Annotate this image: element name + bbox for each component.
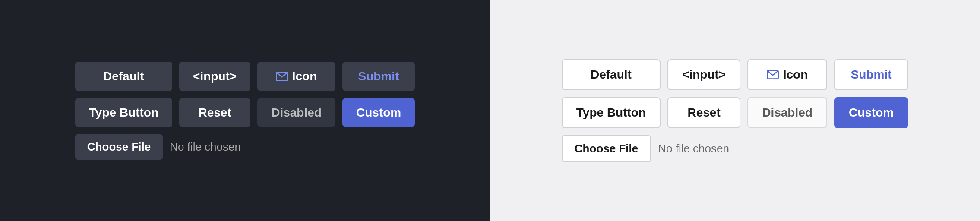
- light-input-button[interactable]: <input>: [667, 59, 740, 90]
- dark-type-button[interactable]: Type Button: [75, 98, 172, 127]
- light-file-input-row: Choose File No file chosen: [562, 135, 740, 162]
- light-choose-file-button[interactable]: Choose File: [562, 135, 651, 162]
- dark-default-button[interactable]: Default: [75, 62, 172, 91]
- light-disabled-button: Disabled: [747, 97, 827, 128]
- dark-no-file-text: No file chosen: [170, 140, 241, 154]
- light-icon-button[interactable]: Icon: [747, 59, 827, 90]
- dark-custom-button[interactable]: Custom: [342, 98, 415, 127]
- mail-icon: [276, 72, 288, 81]
- light-reset-button[interactable]: Reset: [667, 97, 740, 128]
- dark-reset-button[interactable]: Reset: [179, 98, 250, 127]
- dark-disabled-button: Disabled: [257, 98, 335, 127]
- light-button-grid: Default <input> Icon Submit Type Button …: [562, 59, 908, 162]
- light-custom-button[interactable]: Custom: [834, 97, 908, 128]
- light-icon-button-label: Icon: [783, 68, 808, 82]
- mail-icon-light: [767, 70, 779, 79]
- light-submit-button[interactable]: Submit: [834, 59, 908, 90]
- dark-icon-button[interactable]: Icon: [257, 62, 335, 91]
- dark-panel: Default <input> Icon Submit Type Button …: [0, 0, 490, 221]
- dark-choose-file-button[interactable]: Choose File: [75, 134, 163, 160]
- light-panel: Default <input> Icon Submit Type Button …: [490, 0, 980, 221]
- dark-button-grid: Default <input> Icon Submit Type Button …: [75, 62, 415, 160]
- dark-input-button[interactable]: <input>: [179, 62, 250, 91]
- dark-submit-button[interactable]: Submit: [342, 62, 415, 91]
- dark-file-input-row: Choose File No file chosen: [75, 134, 250, 160]
- light-default-button[interactable]: Default: [562, 59, 661, 90]
- light-no-file-text: No file chosen: [658, 142, 729, 155]
- dark-icon-button-label: Icon: [292, 69, 317, 83]
- light-type-button[interactable]: Type Button: [562, 97, 661, 128]
